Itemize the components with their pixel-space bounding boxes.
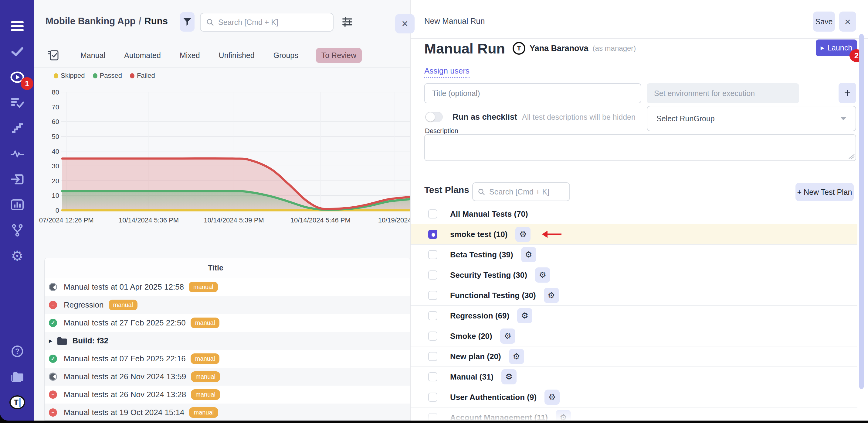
test-plan-row[interactable]: Functional Testing (30)⚙ bbox=[411, 285, 857, 306]
test-plans-search-input[interactable] bbox=[489, 188, 564, 196]
test-plan-checkbox[interactable] bbox=[428, 352, 437, 361]
test-plan-row[interactable]: Regression (69)⚙ bbox=[411, 306, 857, 326]
avatar[interactable]: T bbox=[513, 42, 525, 55]
sidebar-item-help[interactable]: ? bbox=[0, 339, 34, 364]
sidebar-bottom-nav: ?T bbox=[0, 339, 34, 415]
table-row[interactable]: Manual tests at 26 Nov 2024 13:59manual bbox=[44, 368, 410, 386]
legend-item-failed[interactable]: Failed bbox=[130, 72, 155, 80]
svg-text:50: 50 bbox=[52, 133, 59, 140]
test-plan-checkbox[interactable] bbox=[428, 332, 437, 341]
sidebar-item-import[interactable] bbox=[0, 167, 34, 192]
assign-users-link[interactable]: Assign users bbox=[424, 66, 469, 78]
add-environment-button[interactable]: + bbox=[839, 83, 856, 103]
test-plan-settings-button[interactable]: ⚙ bbox=[509, 349, 524, 364]
chevron-down-icon bbox=[840, 117, 846, 120]
tab-manual[interactable]: Manual bbox=[79, 48, 106, 63]
environment-input[interactable] bbox=[647, 83, 799, 103]
sidebar-item-settings[interactable]: ⚙ bbox=[0, 243, 34, 269]
run-title-text: Build: f32 bbox=[72, 336, 108, 345]
svg-text:30: 30 bbox=[52, 162, 59, 170]
docs-icon bbox=[11, 371, 24, 382]
test-plan-row[interactable]: User Authentication (9)⚙ bbox=[411, 387, 857, 407]
test-plan-settings-button[interactable]: ⚙ bbox=[517, 308, 532, 323]
filter-button[interactable] bbox=[180, 12, 194, 32]
runs-search-input[interactable] bbox=[218, 18, 328, 27]
test-plan-settings-button[interactable]: ⚙ bbox=[515, 227, 530, 242]
branch-icon bbox=[11, 224, 23, 237]
menu-icon bbox=[11, 21, 24, 31]
sidebar-item-analytics[interactable] bbox=[0, 192, 34, 218]
table-row[interactable]: –Manual tests at 26 Nov 2024 13:28manual bbox=[44, 386, 410, 403]
test-plan-settings-button[interactable]: ⚙ bbox=[521, 247, 536, 262]
sidebar-item-branch[interactable] bbox=[0, 218, 34, 243]
test-plan-settings-button[interactable]: ⚙ bbox=[544, 288, 559, 303]
test-plan-row[interactable]: All Manual Tests (70) bbox=[411, 204, 857, 224]
new-test-plan-button[interactable]: + New Test Plan bbox=[796, 183, 854, 201]
app-logo[interactable]: T bbox=[9, 395, 25, 409]
test-plan-checkbox[interactable] bbox=[428, 209, 437, 219]
legend-item-skipped[interactable]: Skipped bbox=[54, 72, 85, 80]
column-header-title[interactable]: Title bbox=[44, 263, 386, 272]
test-plan-checkbox[interactable] bbox=[428, 372, 437, 382]
sidebar-item-docs[interactable] bbox=[0, 364, 34, 390]
caret-right-icon[interactable]: ▶ bbox=[49, 338, 53, 344]
sidebar-item-steps[interactable] bbox=[0, 115, 34, 141]
gear-icon: ⚙ bbox=[549, 392, 556, 402]
legend-item-passed[interactable]: Passed bbox=[93, 72, 122, 80]
test-plan-settings-button[interactable]: ⚙ bbox=[501, 369, 517, 385]
test-plan-checkbox[interactable] bbox=[428, 271, 437, 280]
breadcrumb-project[interactable]: Mobile Banking App bbox=[45, 16, 136, 26]
view-settings-button[interactable] bbox=[340, 15, 354, 29]
table-folder-row[interactable]: ▶Build: f32 bbox=[44, 332, 410, 350]
test-plan-settings-button[interactable]: ⚙ bbox=[545, 390, 560, 405]
rungroup-selected-value: Select RunGroup bbox=[656, 114, 840, 123]
run-title-input[interactable] bbox=[424, 83, 641, 103]
table-row[interactable]: –Regressionmanual bbox=[44, 296, 410, 314]
drawer-close-button[interactable]: × bbox=[839, 11, 856, 32]
gear-icon: ⚙ bbox=[504, 331, 512, 341]
sidebar-item-menu[interactable] bbox=[0, 13, 34, 39]
test-plan-checkbox[interactable] bbox=[428, 393, 437, 402]
checklist-icon[interactable] bbox=[48, 50, 59, 61]
test-plan-checkbox[interactable] bbox=[428, 230, 437, 239]
table-row[interactable]: ✓Manual tests at 27 Feb 2025 22:50manual bbox=[44, 314, 410, 332]
test-plan-settings-button[interactable]: ⚙ bbox=[535, 267, 550, 283]
steps-icon bbox=[11, 123, 23, 133]
test-plan-row[interactable]: smoke test (10)⚙ bbox=[411, 224, 857, 245]
drawer-scrollbar[interactable] bbox=[859, 34, 864, 389]
tab-groups[interactable]: Groups bbox=[272, 48, 300, 63]
runs-panel-close-button[interactable]: × bbox=[395, 14, 414, 33]
description-textarea[interactable] bbox=[424, 134, 856, 161]
column-divider bbox=[386, 258, 387, 278]
description-label: Description bbox=[425, 127, 458, 135]
sidebar-item-logo[interactable]: T bbox=[0, 390, 34, 415]
test-plan-checkbox[interactable] bbox=[428, 311, 437, 320]
table-row[interactable]: Manual tests at 01 Apr 2025 12:58manual bbox=[44, 278, 410, 296]
table-row[interactable]: ✓Manual tests at 07 Feb 2025 22:16manual bbox=[44, 350, 410, 368]
tab-mixed[interactable]: Mixed bbox=[179, 48, 201, 63]
tab-to-review[interactable]: To Review bbox=[316, 48, 362, 63]
pulse-icon bbox=[11, 150, 24, 158]
sidebar-item-runs[interactable]: 1 bbox=[0, 64, 34, 90]
tab-automated[interactable]: Automated bbox=[123, 48, 162, 63]
table-row[interactable]: –Manual tests at 19 Oct 2024 15:14manual bbox=[44, 403, 410, 421]
attention-arrow-icon bbox=[540, 230, 563, 239]
save-button[interactable]: Save bbox=[813, 11, 835, 32]
sidebar-item-pulse[interactable] bbox=[0, 141, 34, 167]
test-plan-label: Beta Testing (39) bbox=[450, 250, 513, 259]
svg-text:10/14/2024 5:46 PM: 10/14/2024 5:46 PM bbox=[290, 216, 350, 224]
test-plan-settings-button[interactable]: ⚙ bbox=[500, 329, 515, 344]
tab-unfinished[interactable]: Unfinished bbox=[218, 48, 256, 63]
test-plan-checkbox[interactable] bbox=[428, 291, 437, 300]
test-plan-row[interactable]: New plan (20)⚙ bbox=[411, 346, 857, 367]
test-plan-row[interactable]: Smoke (20)⚙ bbox=[411, 326, 857, 346]
test-plan-row[interactable]: Manual (31)⚙ bbox=[411, 367, 857, 387]
run-as-checklist-toggle[interactable] bbox=[425, 112, 443, 122]
test-plan-row[interactable]: Security Testing (30)⚙ bbox=[411, 265, 857, 285]
sidebar-item-checks[interactable] bbox=[0, 39, 34, 64]
test-plan-checkbox[interactable] bbox=[428, 250, 437, 259]
legend-dot bbox=[130, 73, 134, 78]
sidebar-item-plans[interactable] bbox=[0, 90, 34, 115]
test-plan-row[interactable]: Beta Testing (39)⚙ bbox=[411, 245, 857, 265]
rungroup-select[interactable]: Select RunGroup bbox=[647, 106, 856, 131]
